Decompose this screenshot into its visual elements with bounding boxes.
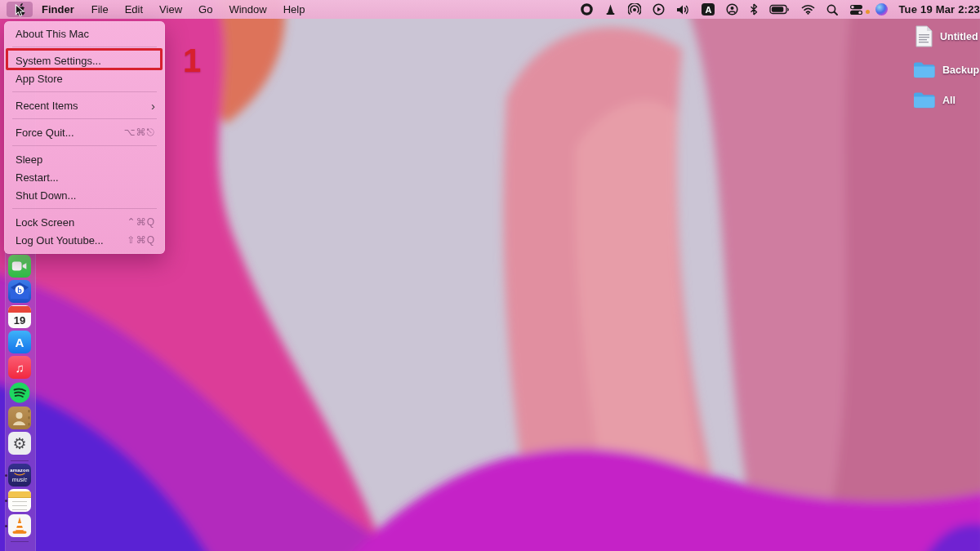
vlc-status-icon[interactable] xyxy=(599,0,622,19)
menu-item-app-store[interactable]: App Store xyxy=(4,69,165,87)
folder-icon xyxy=(913,91,935,109)
menu-item-shut-down[interactable]: Shut Down... xyxy=(4,186,165,204)
dock-contacts-icon[interactable] xyxy=(8,407,31,429)
notes-yellow-strip xyxy=(8,491,31,498)
dock-notes-icon[interactable] xyxy=(8,489,31,512)
desktop-label-untitled: Untitled xyxy=(940,31,978,42)
bluetooth-icon[interactable] xyxy=(744,0,764,19)
notes-line xyxy=(12,501,27,502)
calendar-day: 19 xyxy=(14,313,25,328)
menu-bar-status-area: A Tue 19 Mar 2:23 xyxy=(575,0,980,19)
menu-bar: Finder File Edit View Go Window Help A xyxy=(0,0,980,19)
running-indicator-notes xyxy=(5,500,7,502)
dock-facetime-icon[interactable] xyxy=(8,255,31,278)
play-status-icon[interactable] xyxy=(647,0,670,19)
menu-help[interactable]: Help xyxy=(275,0,314,19)
menu-item-force-quit[interactable]: Force Quit... ⌥⌘⎋ xyxy=(4,123,165,141)
apple-menu-button[interactable] xyxy=(7,2,33,17)
bluemail-envelope-glyph: b xyxy=(8,280,31,303)
menu-item-recent-items[interactable]: Recent Items › xyxy=(4,96,165,114)
spotlight-search-icon[interactable] xyxy=(821,0,844,19)
siri-icon[interactable] xyxy=(870,0,893,19)
dock-bluemail-icon[interactable]: b xyxy=(8,280,31,303)
facetime-camera-glyph xyxy=(11,260,28,272)
shortcut-lock-screen: ⌃⌘Q xyxy=(127,216,155,228)
menu-item-lock-screen[interactable]: Lock Screen ⌃⌘Q xyxy=(4,213,165,231)
dock-calendar-icon[interactable]: 19 xyxy=(8,305,31,328)
dock-spotify-icon[interactable] xyxy=(8,381,31,404)
running-indicator-amazon-music xyxy=(5,474,7,477)
notes-line xyxy=(12,505,27,506)
document-icon xyxy=(915,25,933,47)
desktop-label-all: All xyxy=(942,95,956,106)
amazon-smile-glyph xyxy=(14,473,25,476)
notes-line xyxy=(12,509,27,510)
desktop-icon-backup[interactable]: Backup xyxy=(913,61,979,78)
menu-divider xyxy=(12,47,157,47)
gear-glyph: ⚙ xyxy=(12,434,26,453)
menu-item-system-settings[interactable]: System Settings... xyxy=(4,51,165,69)
shortcut-log-out: ⇧⌘Q xyxy=(127,234,155,246)
dock-amazon-music-icon[interactable]: amazon music xyxy=(8,464,31,487)
dock-vlc-icon[interactable] xyxy=(8,514,31,537)
volume-icon[interactable] xyxy=(670,0,696,19)
submenu-chevron-icon: › xyxy=(151,100,155,112)
annotation-step-number: 1 xyxy=(183,42,201,79)
spotify-glyph xyxy=(8,381,31,404)
wifi-icon[interactable] xyxy=(795,0,821,19)
menu-file[interactable]: File xyxy=(83,0,117,19)
menu-item-about-this-mac[interactable]: About This Mac xyxy=(4,24,165,42)
menu-divider xyxy=(12,145,157,146)
record-status-icon[interactable] xyxy=(575,0,599,19)
menu-item-restart[interactable]: Restart... xyxy=(4,168,165,186)
battery-icon[interactable] xyxy=(764,0,795,19)
menu-divider xyxy=(12,118,157,119)
music-note-glyph: ♫ xyxy=(15,361,24,375)
dock-apple-music-icon[interactable]: ♫ xyxy=(8,356,31,379)
control-center-icon[interactable] xyxy=(844,0,869,19)
app-store-letter: A xyxy=(16,335,24,349)
menu-divider xyxy=(12,91,157,92)
menu-go[interactable]: Go xyxy=(190,0,220,19)
keyboard-input-icon[interactable]: A xyxy=(696,0,720,19)
folder-icon xyxy=(913,61,935,78)
running-indicator-vlc xyxy=(5,525,7,527)
dock-separator xyxy=(11,541,29,542)
menu-view[interactable]: View xyxy=(151,0,190,19)
desktop-label-backup: Backup xyxy=(942,64,979,76)
menu-divider xyxy=(12,208,157,209)
contacts-person-glyph xyxy=(8,407,31,429)
menu-item-sleep[interactable]: Sleep xyxy=(4,150,165,168)
menu-edit[interactable]: Edit xyxy=(117,0,151,19)
mouse-cursor-icon xyxy=(15,4,25,17)
shortcut-force-quit: ⌥⌘⎋ xyxy=(124,127,155,138)
apple-dropdown-menu: About This Mac System Settings... App St… xyxy=(4,21,165,254)
menu-bar-clock[interactable]: Tue 19 Mar 2:23 xyxy=(893,3,980,16)
dock-system-settings-icon[interactable]: ⚙ xyxy=(8,432,31,455)
dock-separator xyxy=(11,460,29,461)
amazon-music-text2: music xyxy=(12,477,27,482)
vlc-cone-glyph xyxy=(8,514,31,537)
menu-item-log-out[interactable]: Log Out Youtube... ⇧⌘Q xyxy=(4,231,165,249)
desktop-icon-all[interactable]: All xyxy=(913,91,956,109)
user-account-icon[interactable] xyxy=(720,0,744,19)
menu-window[interactable]: Window xyxy=(220,0,274,19)
dock-app-store-icon[interactable]: A xyxy=(8,331,31,353)
svg-text:b: b xyxy=(17,287,22,295)
desktop-icon-untitled[interactable]: Untitled xyxy=(915,25,978,47)
screen-mirroring-icon[interactable] xyxy=(622,0,647,19)
calendar-red-strip xyxy=(8,306,31,313)
menu-finder[interactable]: Finder xyxy=(33,0,83,19)
